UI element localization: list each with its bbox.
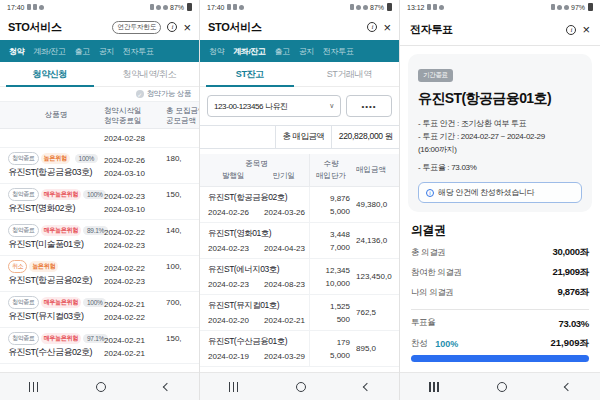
info-icon[interactable]: i [367,22,377,32]
checkbox-icon[interactable]: ✓ [136,90,144,98]
clock-time: 13:12 [407,4,425,11]
tab-evoting[interactable]: 전자투표 [323,46,353,57]
amount: 140, [166,225,199,251]
info-icon[interactable]: i [566,25,576,35]
table-row[interactable]: 유진ST(항공금융02호) 2024-02-26 2024-03-26 9,87… [200,187,399,223]
main-tab-bar: 청약 계좌/잔고 출고 공지 전자투표 [0,40,199,62]
purchase-amount: 762,5 [356,295,399,330]
vote-turnout: - 투표율 : 73.03% [418,162,582,173]
vote-card[interactable]: 기간종료 유진ST(항공금융01호) - 투표 안건 : 조기상환 여부 투표 … [408,54,592,212]
back-icon[interactable] [163,382,171,390]
percent-badge: 100% [83,190,106,199]
divider [411,309,589,310]
rights-row: 참여한 의결권 21,909좌 [411,266,589,279]
status-badge: 취소 [8,260,27,273]
col-quantity-price: 수량 매입단가 [310,154,356,186]
table-row[interactable]: 유진ST(뮤지컬01호) 2024-02-20 2024-02-21 1,525… [200,295,399,331]
panel-evoting: 13:12 97% 전자투표 i × 기간종료 유진ST(항공금융01호) [400,0,600,400]
wifi-icon [557,5,562,10]
alarm-icon [564,5,569,10]
security-name: 유진ST(뮤지컬01호) [208,300,305,312]
table-row[interactable]: 유진ST(수산금융01호) 2024-02-19 2024-03-29 179 … [200,331,399,367]
app-notification-icon [33,4,37,10]
maturity-date: 2024-04-23 [264,244,305,253]
vote-period-deadline: (16:00까지) [418,143,582,156]
tab-account-balance[interactable]: 계좌/잔고 [233,46,265,57]
tab-withdrawal[interactable]: 출고 [274,46,289,57]
close-icon[interactable]: × [582,23,590,36]
recent-apps-icon[interactable] [29,382,39,392]
tab-notice[interactable]: 공지 [299,46,314,57]
turnout-row: 투표율 73.03% [411,317,589,329]
table-header: 상품명 청약시작일 청약종료일 총 모집금액 공모금액 [0,101,199,129]
status-badge: 청약종료 [8,296,39,309]
subtab-st-balance[interactable]: ST잔고 [200,62,300,86]
rights-row: 나의 의결권 9,876좌 [411,286,589,299]
subtab-subscription-apply[interactable]: 청약신청 [0,62,100,86]
status-badge: 청약종료 [8,188,39,201]
notification-dot-icon [239,5,244,10]
risk-badge: 매우높은위험 [41,225,81,236]
total-purchase-row: 총 매입금액 220,828,000 원 [200,125,399,149]
account-select[interactable]: 123-00-123456 나유진 ∨ [207,95,341,117]
start-date: 2024-02-22 [104,226,166,239]
amount: 700, [166,297,199,323]
status-badge: 청약종료 [8,332,39,345]
close-icon[interactable]: × [183,21,191,34]
back-icon[interactable] [564,382,572,390]
table-row[interactable]: 청약종료 높은위험 100% 유진ST(항공금융03호) 2024-02-26 … [0,148,199,184]
quantity: 179 [310,336,350,349]
issue-date: 2024-02-19 [208,352,249,361]
security-name: 유진ST(항공금융02호) [208,192,305,204]
tab-notice[interactable]: 공지 [99,46,114,57]
info-icon[interactable]: i [167,22,177,32]
back-icon[interactable] [363,382,371,390]
home-icon[interactable] [96,382,106,392]
tab-evoting[interactable]: 전자투표 [123,46,153,57]
table-row[interactable]: 유진ST(영화01호) 2024-02-23 2024-04-23 3,448 … [200,223,399,259]
home-icon[interactable] [296,382,306,392]
recent-apps-icon[interactable] [429,382,439,392]
filter-label[interactable]: 청약가능 상품 [147,89,191,99]
product-name: 유진ST(항공금융02호) [8,274,104,287]
app-notification-icon [233,4,237,10]
unit-price: 7,000 [310,241,350,254]
table-row[interactable]: 취소 높은위험 유진ST(항공금융02호) 2024-02-22 2024-02… [0,256,199,292]
rights-row: 총 의결권 30,000좌 [411,246,589,259]
risk-badge: 매우높은위험 [41,189,81,200]
tab-account-balance[interactable]: 계좌/잔고 [33,46,65,57]
total-purchase-label: 총 매입금액 [276,126,332,148]
quantity: 12,345 [310,264,350,277]
wifi-icon [356,5,361,10]
password-field[interactable]: •••• [346,95,392,117]
start-date: 2024-02-26 [104,154,166,167]
home-icon[interactable] [497,382,507,392]
tab-subscription[interactable]: 청약 [9,46,24,57]
status-badge: 청약종료 [8,224,39,237]
purchase-amount: 49,380,0 [356,187,399,222]
end-date: 2024-03-10 [104,167,166,180]
vote-agenda: - 투표 안건 : 조기상환 여부 투표 [418,117,582,130]
table-row-partial[interactable]: 2024-02-28 [0,129,199,148]
tab-withdrawal[interactable]: 출고 [74,46,89,57]
table-row[interactable]: 청약종료 매우높은위험 100% 유진ST(뮤지컬03호) 2024-02-21… [0,292,199,328]
close-icon[interactable]: × [383,21,391,34]
security-name: 유진ST(에너지03호) [208,264,305,276]
investment-limit-button[interactable]: 연간투자한도 [112,21,161,34]
table-row[interactable]: 청약종료 매우높은위험 100% 유진ST(명화02호) 2024-02-23 … [0,184,199,220]
total-purchase-value: 220,828,000 원 [332,131,399,143]
status-bar: 17:40 87% [0,0,199,14]
status-bar: 17:40 87% [200,0,399,14]
table-row[interactable]: 유진ST(에너지03호) 2024-02-23 2024-08-23 12,34… [200,259,399,295]
amount: 180, [166,153,199,179]
page-title: STO서비스 [8,20,62,35]
tab-subscription[interactable]: 청약 [209,46,224,57]
main-tab-bar: 청약 계좌/잔고 출고 공지 전자투표 [200,40,399,62]
recent-apps-icon[interactable] [229,382,239,392]
table-row[interactable]: 청약종료 매우높은위험 89.1% 유진ST(미술품01호) 2024-02-2… [0,220,199,256]
subtab-st-history[interactable]: ST거래내역 [300,62,400,86]
issue-date: 2024-02-23 [208,244,249,253]
notice-text: 해당 안건에 찬성하셨습니다 [438,187,534,198]
table-row[interactable]: 청약종료 매우높은위험 97.1% 유진ST(수산금융02호) 2024-02-… [0,328,199,364]
subtab-subscription-history[interactable]: 청약내역/취소 [100,62,200,86]
